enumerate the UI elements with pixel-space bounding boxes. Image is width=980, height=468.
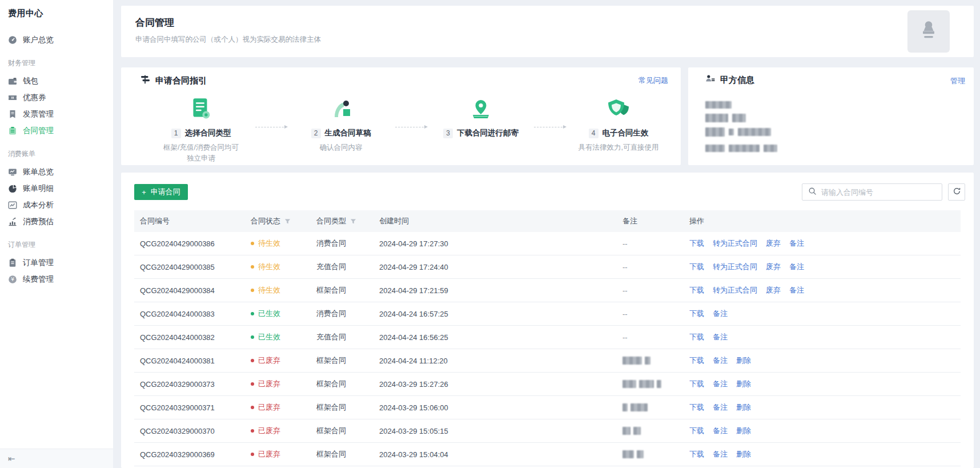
action-remark[interactable]: 备注: [713, 402, 728, 413]
collapse-sidebar-icon[interactable]: ⇤: [8, 454, 15, 463]
contract-type-cell: 框架合同: [311, 355, 373, 366]
created-time-cell: 2024-04-29 17:27:30: [373, 239, 617, 248]
action-download[interactable]: 下载: [689, 449, 704, 459]
table-body: QCG20240429000386待生效消费合同2024-04-29 17:27…: [134, 232, 961, 466]
sidebar-item-spend-forecast[interactable]: 消费预估: [0, 213, 113, 230]
contract-type-cell: 消费合同: [311, 309, 373, 319]
contract-table-card: + 申请合同: [121, 173, 974, 468]
shield-icon: [556, 96, 681, 122]
sidebar-item-invoice[interactable]: 发票管理: [0, 106, 113, 122]
action-download[interactable]: 下载: [689, 426, 704, 436]
action-download[interactable]: 下载: [689, 379, 704, 389]
action-discard[interactable]: 废弃: [766, 238, 781, 249]
step-number: 3: [443, 129, 453, 138]
renewal-icon: ¥: [8, 275, 17, 284]
search-box[interactable]: [802, 183, 942, 201]
apply-contract-button[interactable]: + 申请合同: [134, 184, 188, 200]
status-dot: [251, 382, 254, 386]
sidebar-item-bill-detail[interactable]: 账单明细: [0, 180, 113, 197]
created-time-cell: 2024-04-24 16:57:25: [373, 310, 617, 318]
contract-id-cell: QCG20240424000381: [134, 357, 245, 365]
action-convert-formal[interactable]: 转为正式合同: [713, 285, 757, 295]
cards-row: 申请合同指引 常见问题 1 选择合同类型 框架/充值/消费合同均可 独立申请: [121, 67, 974, 165]
action-delete[interactable]: 删除: [736, 449, 751, 459]
action-download[interactable]: 下载: [689, 309, 704, 319]
contract-type-cell: 框架合同: [311, 402, 373, 413]
status-dot: [251, 312, 254, 315]
action-discard[interactable]: 废弃: [766, 285, 781, 295]
action-download[interactable]: 下载: [689, 238, 704, 249]
action-download[interactable]: 下载: [689, 402, 704, 413]
party-person-icon: [705, 74, 715, 86]
created-time-cell: 2024-04-24 16:56:25: [373, 333, 617, 342]
action-remark[interactable]: 备注: [789, 238, 804, 249]
action-discard[interactable]: 废弃: [766, 262, 781, 272]
action-remark[interactable]: 备注: [713, 309, 728, 319]
page-header-card: 合同管理 申请合同中填写的公司（或个人）视为实际交易的法律主体: [121, 6, 974, 57]
monitor-icon: [8, 167, 17, 177]
step-number: 4: [589, 129, 599, 138]
contracts-table: 合同编号 合同状态 合同类型 创建时间 备注 操作 QCG20240429000…: [134, 210, 961, 466]
created-time-cell: 2024-04-24 11:12:20: [373, 357, 617, 365]
action-download[interactable]: 下载: [689, 262, 704, 272]
line-chart-icon: [8, 201, 17, 210]
table-row: QCG20240424000383已生效消费合同2024-04-24 16:57…: [134, 302, 961, 326]
sidebar-item-account-overview[interactable]: 账户总览: [0, 31, 113, 48]
type-filter-icon[interactable]: [350, 218, 356, 225]
action-delete[interactable]: 删除: [736, 426, 751, 436]
sidebar-item-contract[interactable]: 合同管理: [0, 122, 113, 139]
col-type: 合同类型: [311, 216, 373, 226]
action-delete[interactable]: 删除: [736, 355, 751, 366]
manage-link[interactable]: 管理: [950, 76, 965, 86]
guide-step-2: 2 生成合同草稿 确认合同内容: [278, 67, 404, 153]
sidebar-item-order-management[interactable]: 订单管理: [0, 254, 113, 271]
redacted-remark: [622, 357, 653, 365]
contract-id-cell: QCG20240429000385: [134, 263, 245, 271]
sidebar-item-label: 账户总览: [23, 35, 54, 45]
action-download[interactable]: 下载: [689, 355, 704, 366]
action-remark[interactable]: 备注: [789, 262, 804, 272]
step-label: 2 生成合同草稿: [278, 128, 404, 138]
status-cell: 已废弃: [245, 449, 311, 459]
status-dot: [251, 335, 254, 339]
status-dot: [251, 265, 254, 269]
col-status: 合同状态: [245, 216, 311, 226]
actions-cell: 下载备注: [684, 309, 961, 319]
action-remark[interactable]: 备注: [713, 332, 728, 342]
action-remark[interactable]: 备注: [713, 379, 728, 389]
sidebar-item-cost-analysis[interactable]: 成本分析: [0, 197, 113, 213]
contract-id-cell: QCG20240329000371: [134, 403, 245, 412]
stamp-box: [907, 10, 950, 53]
action-delete[interactable]: 删除: [736, 379, 751, 389]
gauge-icon: [8, 35, 17, 45]
actions-cell: 下载转为正式合同废弃备注: [684, 238, 961, 249]
contract-type-cell: 框架合同: [311, 426, 373, 436]
sidebar-item-bill-overview[interactable]: 账单总览: [0, 163, 113, 180]
actions-cell: 下载备注: [684, 332, 961, 342]
action-delete[interactable]: 删除: [736, 402, 751, 413]
refresh-button[interactable]: [948, 183, 965, 201]
sidebar-item-wallet[interactable]: 钱包: [0, 73, 113, 89]
search-input[interactable]: [821, 188, 936, 197]
action-remark[interactable]: 备注: [713, 355, 728, 366]
sidebar-item-label: 发票管理: [23, 109, 54, 119]
sidebar-item-coupon[interactable]: 优惠券: [0, 89, 113, 106]
action-convert-formal[interactable]: 转为正式合同: [713, 238, 757, 249]
sidebar-item-label: 优惠券: [23, 93, 46, 103]
action-convert-formal[interactable]: 转为正式合同: [713, 262, 757, 272]
actions-cell: 下载备注删除: [684, 355, 961, 366]
status-filter-icon[interactable]: [284, 218, 291, 225]
status-dot: [251, 453, 254, 456]
status-badge: 待生效: [258, 285, 280, 295]
status-cell: 已废弃: [245, 402, 311, 413]
action-remark[interactable]: 备注: [789, 285, 804, 295]
action-download[interactable]: 下载: [689, 285, 704, 295]
action-download[interactable]: 下载: [689, 332, 704, 342]
sidebar-section-finance: 财务管理: [0, 48, 113, 73]
action-remark[interactable]: 备注: [713, 426, 728, 436]
action-remark[interactable]: 备注: [713, 449, 728, 459]
created-time-cell: 2024-03-29 15:06:00: [373, 403, 617, 412]
status-dot: [251, 359, 254, 362]
remark-cell: --: [617, 333, 684, 342]
sidebar-item-renewal-management[interactable]: ¥ 续费管理: [0, 271, 113, 287]
